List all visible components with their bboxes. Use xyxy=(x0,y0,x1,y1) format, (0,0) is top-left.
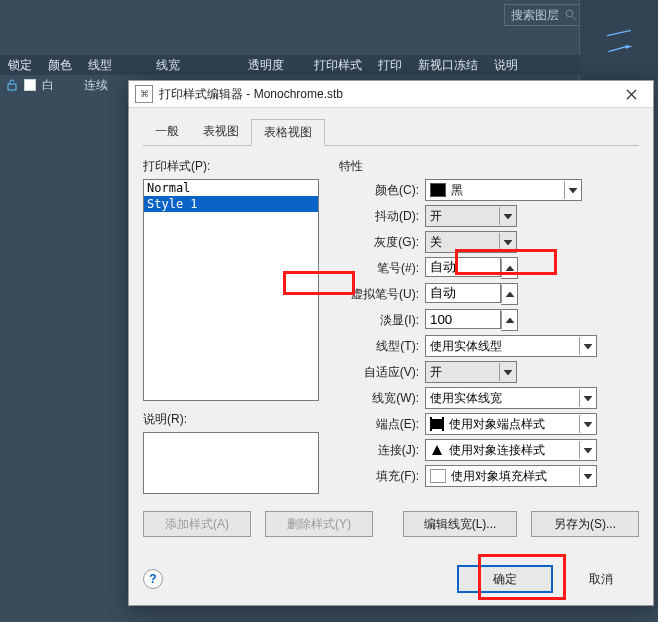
hdr-lwt: 线宽 xyxy=(148,55,240,75)
svg-point-0 xyxy=(566,10,573,17)
gray-combo[interactable]: 关 xyxy=(425,231,517,253)
endcap-icon xyxy=(430,419,444,429)
styles-label: 打印样式(P): xyxy=(143,158,319,175)
join-combo[interactable]: 使用对象连接样式 xyxy=(425,439,597,461)
tab-table[interactable]: 表格视图 xyxy=(251,119,325,146)
lbl-color: 颜色(C): xyxy=(339,182,419,199)
dialog-title: 打印样式编辑器 - Monochrome.stb xyxy=(159,86,615,103)
ltype-combo[interactable]: 使用实体线型 xyxy=(425,335,597,357)
chevron-down-icon xyxy=(579,467,596,485)
chevron-down-icon xyxy=(564,181,581,199)
styles-listbox[interactable]: Normal Style 1 xyxy=(143,179,319,401)
dialog-titlebar[interactable]: ⌘ 打印样式编辑器 - Monochrome.stb xyxy=(129,81,653,108)
tab-general[interactable]: 一般 xyxy=(143,119,191,146)
plot-style-editor-dialog: ⌘ 打印样式编辑器 - Monochrome.stb 一般 表视图 表格视图 打… xyxy=(128,80,654,606)
lbl-screen: 淡显(I): xyxy=(339,312,419,329)
save-as-button[interactable]: 另存为(S)... xyxy=(531,511,639,537)
svg-marker-17 xyxy=(584,422,592,427)
svg-marker-4 xyxy=(626,45,633,49)
ribbon-right-panel xyxy=(579,0,658,82)
help-button[interactable]: ? xyxy=(143,569,163,589)
chevron-down-icon xyxy=(579,389,596,407)
lbl-dither: 抖动(D): xyxy=(339,208,419,225)
hdr-pstyle: 打印样式 xyxy=(306,55,370,75)
lock-open-icon xyxy=(6,79,18,91)
join-icon xyxy=(430,443,444,457)
spinner-icon xyxy=(501,259,517,277)
lbl-vpen: 虚拟笔号(U): xyxy=(339,286,419,303)
color-combo[interactable]: 黑 xyxy=(425,179,582,201)
lbl-end: 端点(E): xyxy=(339,416,419,433)
svg-line-2 xyxy=(607,30,631,35)
svg-marker-8 xyxy=(569,188,577,193)
svg-marker-14 xyxy=(584,344,592,349)
svg-marker-18 xyxy=(584,448,592,453)
screen-spinner[interactable] xyxy=(501,309,518,331)
props-label: 特性 xyxy=(339,158,639,175)
pen-spinner[interactable] xyxy=(501,257,518,279)
add-style-button[interactable]: 添加样式(A) xyxy=(143,511,251,537)
color-value: 黑 xyxy=(451,182,463,199)
hdr-ltype: 线型 xyxy=(80,55,148,75)
chevron-down-icon xyxy=(499,207,516,225)
hdr-color: 颜色 xyxy=(40,55,80,75)
arrow-icon xyxy=(603,45,635,53)
color-swatch-icon xyxy=(430,183,446,197)
app-icon: ⌘ xyxy=(135,85,153,103)
svg-marker-9 xyxy=(504,214,512,219)
chevron-down-icon xyxy=(499,363,516,381)
lbl-join: 连接(J): xyxy=(339,442,419,459)
hdr-plot: 打印 xyxy=(370,55,410,75)
adapt-combo[interactable]: 开 xyxy=(425,361,517,383)
svg-marker-16 xyxy=(584,396,592,401)
svg-line-1 xyxy=(573,17,576,20)
hdr-desc: 说明 xyxy=(486,55,526,75)
svg-marker-19 xyxy=(584,474,592,479)
dither-combo[interactable]: 开 xyxy=(425,205,517,227)
chevron-down-icon xyxy=(579,441,596,459)
delete-style-button[interactable]: 删除样式(Y) xyxy=(265,511,373,537)
vpen-input[interactable] xyxy=(425,283,501,303)
search-placeholder: 搜索图层 xyxy=(511,7,559,24)
endcap-combo[interactable]: 使用对象端点样式 xyxy=(425,413,597,435)
fill-combo[interactable]: 使用对象填充样式 xyxy=(425,465,597,487)
edit-lineweight-button[interactable]: 编辑线宽(L)... xyxy=(403,511,517,537)
spinner-icon xyxy=(501,285,517,303)
vpen-spinner[interactable] xyxy=(501,283,518,305)
tabs: 一般 表视图 表格视图 xyxy=(143,118,639,146)
spinner-icon xyxy=(501,311,517,329)
lbl-gray: 灰度(G): xyxy=(339,234,419,251)
fill-swatch-icon xyxy=(430,469,446,483)
lbl-fill: 填充(F): xyxy=(339,468,419,485)
close-button[interactable] xyxy=(615,83,647,105)
tab-form[interactable]: 表视图 xyxy=(191,119,251,146)
lbl-lwt: 线宽(W): xyxy=(339,390,419,407)
search-icon xyxy=(565,9,577,21)
pen-input[interactable] xyxy=(425,257,501,277)
layer-table-header: 锁定 颜色 线型 线宽 透明度 打印样式 打印 新视口冻结 说明 xyxy=(0,55,580,75)
lbl-adapt: 自适应(V): xyxy=(339,364,419,381)
description-textarea[interactable] xyxy=(143,432,319,494)
lbl-ltype: 线型(T): xyxy=(339,338,419,355)
desc-label: 说明(R): xyxy=(143,411,319,428)
chevron-down-icon xyxy=(579,415,596,433)
ok-button[interactable]: 确定 xyxy=(457,565,553,593)
hdr-transp: 透明度 xyxy=(240,55,306,75)
svg-rect-5 xyxy=(8,84,16,90)
list-item[interactable]: Normal xyxy=(144,180,318,196)
cancel-button[interactable]: 取消 xyxy=(563,567,639,591)
svg-line-3 xyxy=(608,46,627,51)
svg-marker-11 xyxy=(506,266,514,271)
chevron-down-icon xyxy=(579,337,596,355)
lwt-combo[interactable]: 使用实体线宽 xyxy=(425,387,597,409)
lbl-pen: 笔号(#): xyxy=(339,260,419,277)
hdr-lock: 锁定 xyxy=(0,55,40,75)
svg-marker-15 xyxy=(504,370,512,375)
svg-marker-12 xyxy=(506,292,514,297)
svg-marker-10 xyxy=(504,240,512,245)
screen-input[interactable] xyxy=(425,309,501,329)
row-color-name: 白 xyxy=(42,77,54,94)
list-item[interactable]: Style 1 xyxy=(144,196,318,212)
row-linetype: 连续 xyxy=(84,77,108,94)
chevron-down-icon xyxy=(499,233,516,251)
